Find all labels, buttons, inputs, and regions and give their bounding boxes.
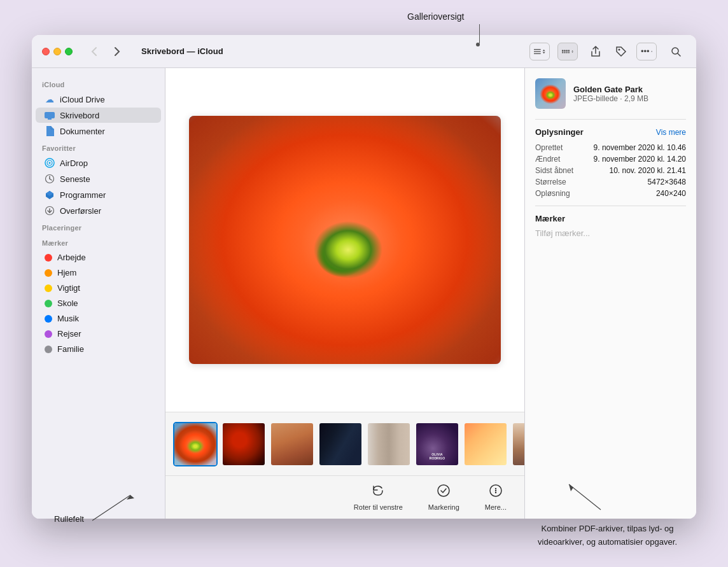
sidebar-item-icloud-drive[interactable]: ☁ iCloud Drive	[36, 92, 161, 107]
oprettet-label: Oprettet	[535, 143, 563, 152]
view-options-button[interactable]	[529, 43, 550, 60]
thumbnail-image-7	[465, 423, 507, 465]
skrivebord-label: Skrivebord	[60, 111, 99, 120]
thumbnail-item-1[interactable]	[173, 422, 218, 466]
thumbnail-item-5[interactable]	[367, 422, 411, 466]
skrivebord-icon	[45, 110, 55, 120]
markup-icon	[437, 484, 451, 501]
icloud-drive-label: iCloud Drive	[60, 95, 105, 104]
tags-section-title: Mærker	[535, 214, 686, 223]
main-image[interactable]	[189, 116, 501, 364]
bottom-right-annotation: Kombiner PDF-arkiver, tilpas lyd- og vid…	[538, 522, 677, 549]
sidebar-item-tag-skole[interactable]: Skole	[36, 296, 161, 311]
thumbnail-image-5	[368, 423, 410, 465]
svg-rect-6	[568, 50, 570, 51]
oprettet-value: 9. november 2020 kl. 10.46	[594, 143, 686, 152]
svg-point-26	[495, 488, 496, 489]
svg-rect-8	[564, 52, 565, 53]
maximize-button[interactable]	[65, 48, 73, 55]
sidebar-item-programmer[interactable]: Programmer	[36, 187, 161, 202]
content-area: iCloud ☁ iCloud Drive Skrivebord	[32, 68, 696, 519]
tag-dot-skole	[45, 300, 52, 307]
finder-window: Skrivebord — iCloud	[32, 35, 696, 519]
thumbnail-image-3	[271, 423, 313, 465]
sidebar-item-seneste[interactable]: Seneste	[36, 171, 161, 186]
svg-rect-3	[562, 50, 563, 51]
more-actions-button[interactable]: Mere...	[480, 481, 512, 514]
more-options-button[interactable]: •••	[636, 43, 657, 60]
gallery-arrow	[479, 24, 480, 43]
back-button[interactable]	[85, 43, 103, 60]
thumbnail-item-6[interactable]: OLIVIARODRIGO	[415, 422, 459, 466]
svg-rect-0	[534, 48, 541, 49]
inspector-panel: Golden Gate Park JPEG-billede · 2,9 MB O…	[524, 68, 696, 519]
tag-musik-label: Musik	[57, 314, 79, 323]
sidebar-item-dokumenter[interactable]: Dokumenter	[36, 123, 161, 139]
seneste-icon	[45, 174, 55, 184]
overfoersler-icon	[45, 206, 55, 216]
forward-button[interactable]	[108, 43, 126, 60]
svg-line-13	[678, 53, 680, 56]
info-row-storrelse: Størrelse 5472×3648	[535, 178, 686, 186]
oplosning-value: 240×240	[656, 189, 686, 198]
sidebar-item-tag-rejser[interactable]: Rejser	[36, 326, 161, 341]
thumbnail-item-4[interactable]	[318, 422, 363, 466]
thumbnail-item-8[interactable]	[512, 422, 524, 466]
close-button[interactable]	[42, 48, 50, 55]
tags-placeholder[interactable]: Tilføj mærker...	[535, 228, 686, 238]
vis-mere-link[interactable]: Vis mere	[656, 128, 686, 137]
overfoersler-label: Overførsler	[60, 206, 101, 216]
svg-rect-2	[534, 53, 541, 53]
flower-photo	[189, 116, 501, 364]
search-button[interactable]	[666, 43, 686, 60]
svg-point-28	[495, 492, 496, 493]
airdrop-icon	[45, 158, 55, 168]
tag-skole-label: Skole	[57, 298, 78, 308]
info-row-aendret: Ændret 9. november 2020 kl. 14.20	[535, 155, 686, 164]
sidebar-item-airdrop[interactable]: AirDrop	[36, 155, 161, 171]
rotate-left-button[interactable]: Roter til venstre	[349, 481, 408, 514]
sidst-aabnet-label: Sidst åbnet	[535, 166, 573, 175]
gallery-view-button[interactable]	[557, 43, 578, 60]
share-button[interactable]	[585, 43, 606, 60]
thumbnail-image-4	[319, 423, 361, 465]
info-section-header: Oplysninger Vis mere	[535, 127, 686, 137]
svg-rect-10	[568, 52, 570, 53]
sidebar-item-tag-hjem[interactable]: Hjem	[36, 265, 161, 280]
dokumenter-icon	[45, 126, 55, 136]
svg-rect-7	[562, 52, 563, 53]
tags-section: Mærker Tilføj mærker...	[535, 214, 686, 238]
gallery-overview-annotation: Gallerioversigt	[407, 11, 464, 22]
sidebar-item-skrivebord[interactable]: Skrivebord	[36, 108, 161, 123]
sidebar-section-maerker: Mærker	[32, 234, 165, 249]
thumbnail-strip: OLIVIARODRIGO	[165, 412, 524, 475]
dokumenter-label: Dokumenter	[60, 127, 105, 136]
sidst-aabnet-value: 10. nov. 2020 kl. 21.41	[609, 166, 686, 175]
sidebar-item-tag-vigtigt[interactable]: Vigtigt	[36, 281, 161, 295]
thumbnail-item-3[interactable]	[270, 422, 314, 466]
programmer-label: Programmer	[60, 190, 106, 200]
svg-point-24	[438, 485, 449, 496]
storrelse-label: Størrelse	[535, 178, 566, 186]
sidebar-item-tag-musik[interactable]: Musik	[36, 311, 161, 326]
main-content: OLIVIARODRIGO	[165, 68, 524, 519]
svg-line-21	[50, 179, 52, 180]
minimize-button[interactable]	[53, 48, 61, 55]
sidebar-item-overfoersler[interactable]: Overførsler	[36, 203, 161, 218]
thumbnail-image-1	[174, 423, 216, 465]
thumbnail-image-2	[223, 423, 265, 465]
window-title: Skrivebord — iCloud	[141, 46, 223, 56]
traffic-lights	[42, 48, 73, 55]
thumbnail-item-7[interactable]	[463, 422, 508, 466]
markup-button[interactable]: Markering	[423, 481, 465, 514]
thumbnail-item-2[interactable]	[221, 422, 266, 466]
sidebar-section-favoritter: Favoritter	[32, 139, 165, 155]
tag-button[interactable]	[611, 43, 631, 60]
sidebar-item-tag-arbejde[interactable]: Arbejde	[36, 250, 161, 265]
icloud-drive-icon: ☁	[45, 94, 55, 104]
sidebar-item-tag-familie[interactable]: Familie	[36, 342, 161, 356]
sidebar-section-icloud: iCloud	[32, 76, 165, 91]
svg-point-27	[495, 490, 496, 491]
more-actions-label: Mere...	[485, 503, 507, 511]
tag-dot-vigtigt	[45, 284, 52, 292]
